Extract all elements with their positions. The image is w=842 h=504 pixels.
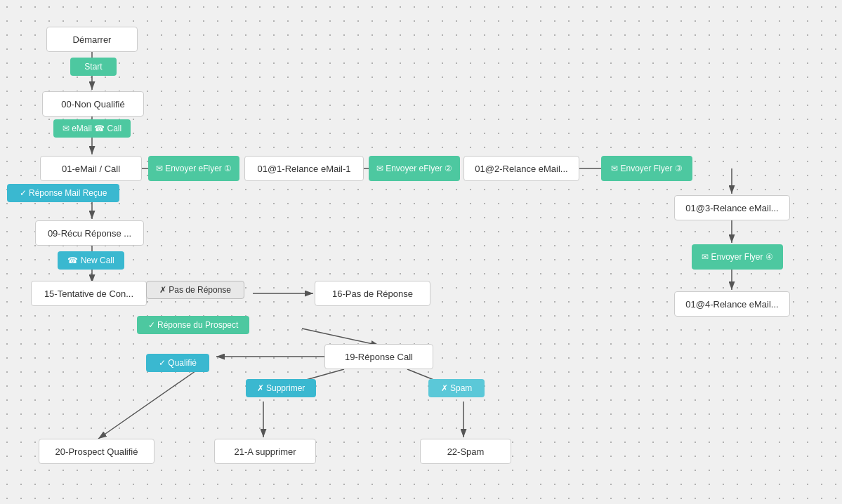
badge-envoyer-flyer4-label: ✉ Envoyer Flyer ④ [702, 252, 773, 262]
node-non-qualifie-label: 00-Non Qualifié [61, 99, 124, 110]
badge-envoyer-eflyer2[interactable]: ✉ Envoyer eFlyer ② [369, 156, 460, 181]
badge-supprimer-label: ✗ Supprimer [257, 383, 305, 393]
node-relance1-label: 01@1-Relance eMail-1 [257, 164, 350, 174]
node-email-call-label: 01-eMail / Call [62, 164, 120, 174]
badge-spam[interactable]: ✗ Spam [428, 379, 485, 397]
badge-new-call-label: ☎ New Call [67, 256, 114, 265]
badge-reponse-prospect-label: ✓ Réponse du Prospect [148, 320, 239, 330]
node-tentative-label: 15-Tentative de Con... [44, 289, 133, 299]
badge-envoyer-flyer3[interactable]: ✉ Envoyer Flyer ③ [601, 156, 692, 181]
badge-qualifie-label: ✓ Qualifié [159, 358, 197, 368]
badge-reponse-mail[interactable]: ✓ Réponse Mail Reçue [7, 184, 119, 202]
node-relance3-label: 01@3-Relance eMail... [685, 203, 778, 213]
node-relance3[interactable]: 01@3-Relance eMail... [674, 195, 790, 220]
flow-diagram: Démarrer 00-Non Qualifié 01-eMail / Call… [0, 0, 842, 504]
node-demarrer-label: Démarrer [73, 34, 112, 45]
node-relance1[interactable]: 01@1-Relance eMail-1 [244, 156, 364, 181]
badge-start-label: Start [84, 62, 102, 72]
badge-pas-de-reponse[interactable]: ✗ Pas de Réponse [146, 281, 244, 299]
node-reponse-call-label: 19-Réponse Call [345, 352, 413, 362]
node-pas-de-reponse[interactable]: 16-Pas de Réponse [315, 281, 430, 306]
svg-line-18 [98, 368, 200, 439]
node-a-supprimer-label: 21-A supprimer [234, 446, 296, 457]
node-demarrer[interactable]: Démarrer [46, 27, 138, 52]
svg-line-16 [302, 329, 379, 345]
node-relance2-label: 01@2-Relance eMail... [475, 164, 567, 174]
node-non-qualifie[interactable]: 00-Non Qualifié [42, 91, 144, 117]
badge-reponse-mail-label: ✓ Réponse Mail Reçue [20, 188, 107, 198]
node-reponse-call[interactable]: 19-Réponse Call [324, 344, 433, 369]
badge-envoyer-eflyer2-label: ✉ Envoyer eFlyer ② [376, 164, 452, 173]
node-relance4-label: 01@4-Relance eMail... [685, 299, 778, 310]
node-prospect-qualifie-label: 20-Prospect Qualifié [55, 446, 138, 457]
node-relance4[interactable]: 01@4-Relance eMail... [674, 291, 790, 317]
node-email-call[interactable]: 01-eMail / Call [40, 156, 142, 181]
node-recu-reponse-label: 09-Récu Réponse ... [48, 228, 131, 239]
badge-qualifie[interactable]: ✓ Qualifié [146, 354, 209, 372]
badge-envoyer-eflyer1-label: ✉ Envoyer eFlyer ① [156, 164, 232, 173]
badge-email-call[interactable]: ✉ eMail ☎ Call [53, 119, 131, 138]
badge-email-call-label: ✉ eMail ☎ Call [63, 124, 121, 133]
badge-envoyer-flyer3-label: ✉ Envoyer Flyer ③ [611, 164, 683, 173]
badge-supprimer[interactable]: ✗ Supprimer [246, 379, 316, 397]
node-spam[interactable]: 22-Spam [420, 439, 511, 464]
badge-start[interactable]: Start [70, 58, 117, 76]
node-recu-reponse[interactable]: 09-Récu Réponse ... [35, 220, 144, 246]
node-tentative[interactable]: 15-Tentative de Con... [31, 281, 147, 306]
node-relance2[interactable]: 01@2-Relance eMail... [463, 156, 579, 181]
badge-pas-de-reponse-label: ✗ Pas de Réponse [159, 285, 231, 295]
node-prospect-qualifie[interactable]: 20-Prospect Qualifié [39, 439, 154, 464]
badge-envoyer-eflyer1[interactable]: ✉ Envoyer eFlyer ① [148, 156, 239, 181]
node-spam-label: 22-Spam [447, 446, 485, 457]
badge-reponse-prospect[interactable]: ✓ Réponse du Prospect [137, 316, 249, 334]
badge-spam-label: ✗ Spam [441, 383, 473, 393]
badge-envoyer-flyer4[interactable]: ✉ Envoyer Flyer ④ [692, 244, 783, 270]
node-a-supprimer[interactable]: 21-A supprimer [214, 439, 316, 464]
node-pas-de-reponse-label: 16-Pas de Réponse [332, 289, 413, 299]
badge-new-call[interactable]: ☎ New Call [58, 251, 124, 270]
